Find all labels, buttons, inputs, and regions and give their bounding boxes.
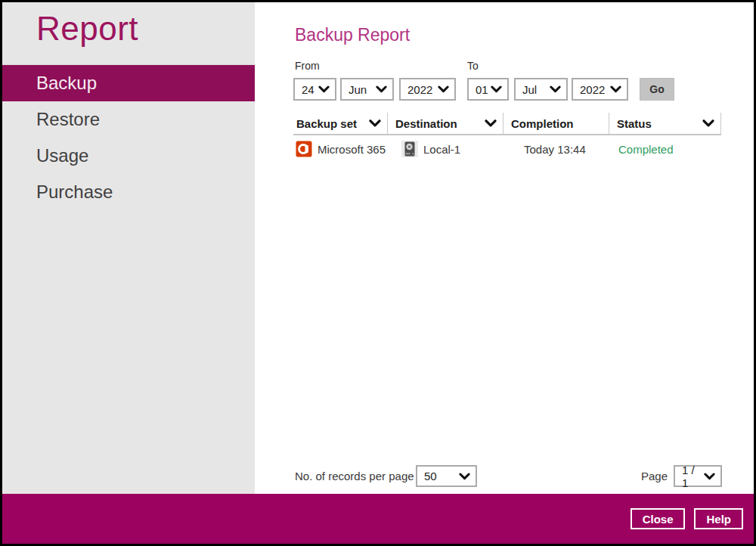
from-day-value: 24 [302, 83, 318, 96]
column-header-completion[interactable]: Completion [503, 113, 609, 134]
go-button[interactable]: Go [640, 78, 674, 101]
table-row[interactable]: Microsoft 365 ... Local-1 Today 13:44 [293, 138, 721, 160]
sidebar-item-label: Backup [36, 73, 97, 93]
sidebar-item-restore[interactable]: Restore [2, 101, 255, 138]
chevron-down-icon [376, 85, 387, 93]
sidebar-item-purchase[interactable]: Purchase [2, 174, 255, 210]
from-year-value: 2022 [407, 83, 438, 96]
completion-time: Today 13:44 [524, 143, 586, 156]
hard-drive-icon [401, 141, 418, 157]
from-label: From [295, 60, 320, 72]
sidebar-item-label: Purchase [36, 181, 113, 202]
to-day-value: 01 [476, 83, 491, 96]
column-header-status[interactable]: Status [609, 113, 721, 134]
page-value: 1 / 1 [682, 464, 704, 489]
chevron-down-icon [485, 119, 497, 127]
to-year-select[interactable]: 2022 [572, 78, 628, 101]
sidebar-item-label: Usage [36, 145, 88, 166]
records-per-page-label: No. of records per page [295, 465, 414, 487]
sidebar: Report Backup Restore Usage Purchase [2, 2, 255, 494]
page-select[interactable]: 1 / 1 [674, 465, 722, 487]
to-year-value: 2022 [580, 83, 610, 96]
page-label: Page [641, 465, 668, 487]
report-window: Report Backup Restore Usage Purchase Bac… [0, 0, 756, 546]
backup-set-name: Microsoft 365 ... [318, 143, 388, 156]
records-per-page-value: 50 [424, 470, 459, 482]
column-header-destination[interactable]: Destination [388, 113, 503, 134]
chevron-down-icon [369, 119, 381, 127]
chevron-down-icon [491, 85, 502, 93]
from-month-select[interactable]: Jun [340, 78, 394, 101]
to-day-select[interactable]: 01 [467, 78, 509, 101]
chevron-down-icon [438, 85, 449, 93]
to-month-value: Jul [522, 83, 550, 96]
column-header-backup-set[interactable]: Backup set [293, 113, 388, 134]
sidebar-item-backup[interactable]: Backup [2, 65, 255, 101]
chevron-down-icon [704, 473, 715, 480]
table-header: Backup set Destination Completion Status [293, 113, 721, 135]
sidebar-item-label: Restore [36, 109, 100, 129]
from-day-select[interactable]: 24 [293, 78, 336, 101]
status-badge: Completed [618, 143, 674, 156]
chevron-down-icon [550, 85, 561, 93]
sidebar-item-usage[interactable]: Usage [2, 138, 255, 174]
page-title: Backup Report [295, 25, 410, 45]
to-month-select[interactable]: Jul [514, 78, 568, 101]
records-per-page-select[interactable]: 50 [416, 465, 477, 487]
chevron-down-icon [610, 85, 621, 93]
destination-name: Local-1 [423, 143, 460, 156]
to-label: To [467, 60, 479, 72]
from-month-value: Jun [349, 83, 376, 96]
chevron-down-icon [702, 119, 714, 127]
main-content: Backup Report From To 24 Jun 2022 01 Jul… [255, 2, 754, 494]
chevron-down-icon [318, 85, 330, 93]
footer-bar: Close Help [2, 494, 754, 544]
help-button[interactable]: Help [694, 508, 743, 529]
sidebar-title: Report [2, 2, 255, 65]
from-year-select[interactable]: 2022 [399, 78, 456, 101]
close-button[interactable]: Close [631, 508, 686, 529]
chevron-down-icon [459, 473, 470, 480]
microsoft-365-icon [296, 141, 312, 157]
